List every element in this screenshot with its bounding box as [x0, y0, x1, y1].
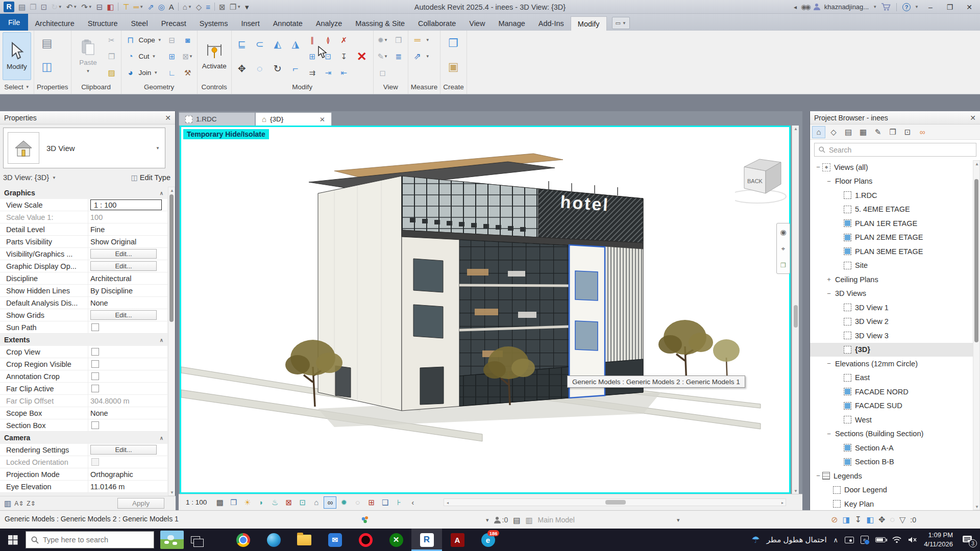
mirror-pick-axis-button[interactable]: ◭ [270, 32, 285, 56]
create-parts-button[interactable]: ❐ [443, 32, 463, 55]
browser-scroll-thumb[interactable] [974, 179, 978, 342]
dropdown-chevron-icon[interactable]: ▼ [426, 38, 430, 42]
ribbon-tab-systems[interactable]: Systems [193, 16, 235, 31]
tree-expander-icon[interactable]: − [825, 360, 833, 367]
tree-item-plan-3eme-etage[interactable]: PLAN 3EME ETAGE [810, 244, 973, 259]
browser-schedules-icon[interactable]: ▦ [856, 126, 870, 138]
selected-generic-model[interactable] [569, 245, 605, 398]
offset-button[interactable]: ⇉ [306, 65, 319, 80]
tree-expander-icon[interactable]: − [825, 430, 833, 438]
search-input[interactable] [829, 146, 957, 154]
task-view-button[interactable] [184, 529, 207, 551]
type-properties-button[interactable]: ◫ [37, 56, 57, 78]
displacement-sets-icon[interactable]: ❑ [379, 496, 391, 509]
section-collapse-icon[interactable]: ∧ [160, 435, 163, 441]
volume-muted-icon[interactable] [908, 536, 917, 543]
instance-chevron-icon[interactable]: ▼ [52, 176, 56, 180]
tree-item-sections-building-section-[interactable]: −Sections (Building Section) [810, 427, 973, 441]
help-menu-chevron-icon[interactable]: ▼ [915, 5, 919, 9]
section-header-graphics[interactable]: Graphics∧ [0, 187, 167, 199]
tree-item-plan-2eme-etage[interactable]: PLAN 2EME ETAGE [810, 231, 973, 245]
canvas-horizontal-scrollbar[interactable]: ◂ ▸ [444, 498, 786, 506]
property-value-text[interactable]: None [90, 409, 108, 417]
dropdown-chevron-icon[interactable]: ▼ [158, 38, 162, 42]
apply-button[interactable]: Apply [117, 498, 164, 509]
file-explorer-taskbar-button[interactable] [289, 529, 320, 551]
default-3d-view-icon[interactable]: ⌂▼ [181, 1, 193, 12]
insert-view-icon[interactable]: ◧ [105, 1, 115, 12]
chrome-taskbar-button[interactable] [228, 529, 258, 551]
zoom-icon[interactable]: ⌖ [781, 245, 785, 252]
project-browser-header[interactable]: Project Browser - inees ✕ [810, 111, 980, 124]
browser-views-icon[interactable]: ◇ [827, 126, 840, 138]
tree-item-door-legend[interactable]: Door Legend [810, 483, 973, 497]
render-dialog-icon[interactable]: ♨ [268, 496, 281, 509]
dropdown-chevron-icon[interactable]: ▼ [73, 5, 77, 9]
filter-icon[interactable]: ▽ [899, 516, 905, 524]
section-header-camera[interactable]: Camera∧ [0, 432, 167, 444]
exclude-options-icon[interactable]: ◨ [842, 516, 850, 524]
cut-to-clipboard-button[interactable]: ✂ [105, 32, 118, 47]
measure-tool-button[interactable]: ═▼ [411, 32, 431, 47]
dimension-button[interactable]: ⇗▼ [411, 48, 431, 64]
tree-item-key-plan[interactable]: Key Plan [810, 497, 973, 510]
analytical-adjust-button[interactable]: ◻ [376, 65, 389, 80]
design-options-icon[interactable]: ▤ [513, 516, 520, 524]
app-store-cart-icon[interactable] [881, 3, 891, 11]
section-collapse-icon[interactable]: ∧ [160, 337, 163, 343]
close-button[interactable]: ✕ [962, 2, 977, 13]
select-underlay-icon[interactable]: ◧ [866, 516, 874, 524]
mirror-draw-axis-button[interactable]: ◮ [288, 32, 303, 56]
tree-item-section-a-a[interactable]: Section A-A [810, 441, 973, 455]
paste-button[interactable]: Paste▼ [74, 32, 103, 80]
array-button[interactable]: ⊞ [306, 48, 319, 64]
ribbon-tab-structure[interactable]: Structure [81, 16, 125, 31]
manage-links-icon[interactable]: ⊘ [831, 516, 838, 524]
reveal-hidden-button[interactable]: ✹▼ [376, 32, 389, 47]
aligned-dimension-icon[interactable]: ⇗ [146, 1, 156, 12]
ribbon-tab-steel[interactable]: Steel [125, 16, 155, 31]
cut-geometry-button[interactable]: ◔Cut▼ [124, 48, 163, 64]
ribbon-tab-annotate[interactable]: Annotate [266, 16, 309, 31]
sort-descending-icon[interactable]: Z⇕ [27, 500, 35, 507]
shadows-icon[interactable]: ◗ [255, 496, 267, 509]
checkbox[interactable] [91, 360, 99, 368]
temporary-hide-isolate-icon[interactable]: ∞ [324, 496, 336, 509]
search-box[interactable] [814, 143, 976, 157]
tag-by-category-icon[interactable]: ◎ [157, 1, 166, 12]
checkbox[interactable] [91, 348, 99, 356]
minimize-button[interactable]: – [923, 2, 938, 13]
wifi-icon[interactable] [892, 536, 901, 543]
ribbon-tab-analyze[interactable]: Analyze [309, 16, 349, 31]
tree-expander-icon[interactable]: − [814, 472, 822, 480]
collapse-bar-icon[interactable]: ‹ [406, 496, 419, 509]
modify-tool-button[interactable]: Modify [3, 32, 31, 80]
dropdown-chevron-icon[interactable]: ▼ [58, 5, 62, 9]
ribbon-tab-precast[interactable]: Precast [155, 16, 193, 31]
override-graphics-button[interactable]: ≣ [392, 48, 405, 64]
panel-label-properties[interactable]: Properties [37, 81, 68, 92]
property-value-text[interactable]: None [90, 299, 108, 307]
copy-button[interactable]: ◌ [252, 57, 267, 80]
trim-extend-multiple-button[interactable]: ⇤ [337, 65, 351, 80]
type-selector[interactable]: 3D View ▼ [3, 128, 165, 168]
weather-icon[interactable]: ☂ [752, 535, 760, 544]
section-icon[interactable]: ◇ [194, 1, 204, 12]
lock-3d-view-icon[interactable]: ⌂ [310, 496, 323, 509]
battery-icon[interactable] [875, 537, 886, 542]
model-canvas[interactable]: hotel [180, 126, 791, 494]
offset-geometry-button[interactable]: ⊠▼ [181, 48, 194, 64]
signed-in-user[interactable]: khaznadjinag... [824, 3, 869, 11]
edit-button[interactable]: Edit... [90, 445, 157, 455]
switch-windows-icon[interactable]: ❐▼ [228, 1, 242, 12]
sync-central-icon[interactable]: ↻▼ [50, 1, 64, 12]
join-geometry-button[interactable]: ◕Join▼ [124, 65, 163, 80]
em-client-taskbar-button[interactable]: e186 [473, 529, 503, 551]
tree-item-facade-nord[interactable]: FACADE NORD [810, 385, 973, 399]
view-tab-1RDC[interactable]: 1.RDC [179, 112, 255, 126]
match-type-properties-button[interactable]: ▨ [105, 65, 118, 80]
user-menu-chevron-icon[interactable]: ▼ [873, 5, 877, 9]
checkbox[interactable] [91, 385, 99, 392]
analytical-model-icon[interactable]: ⊞ [365, 496, 378, 509]
customize-qat-icon[interactable]: ▾ [243, 1, 251, 12]
